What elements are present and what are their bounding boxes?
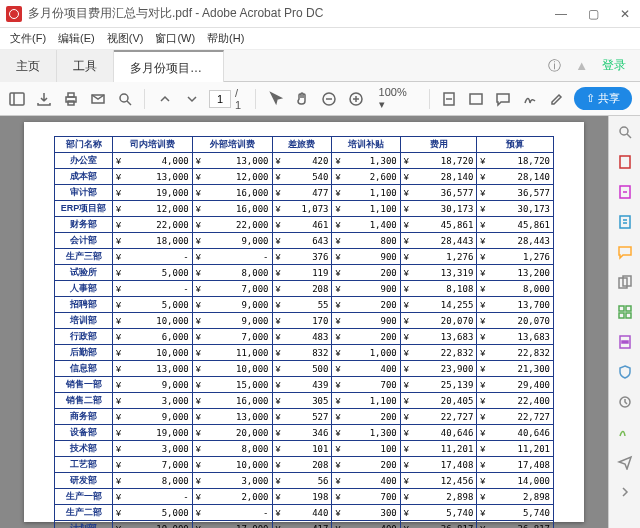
value-cell: ¥13,319	[400, 265, 477, 281]
dept-cell: 后勤部	[55, 345, 113, 361]
value-cell: ¥200	[332, 265, 400, 281]
value-cell: ¥376	[272, 249, 332, 265]
redact-icon[interactable]	[615, 332, 635, 352]
value-cell: ¥22,727	[477, 409, 554, 425]
sidebar-toggle-icon[interactable]	[8, 89, 27, 109]
value-cell: ¥36,817	[477, 521, 554, 529]
table-row: 工艺部¥7,000¥10,000¥208¥200¥17,408¥17,408	[55, 457, 554, 473]
table-header: 司内培训费	[113, 137, 193, 153]
value-cell: ¥9,000	[192, 313, 272, 329]
comment-tool-icon[interactable]	[615, 242, 635, 262]
value-cell: ¥18,000	[113, 233, 193, 249]
value-cell: ¥900	[332, 313, 400, 329]
maximize-button[interactable]: ▢	[584, 7, 602, 21]
help-icon[interactable]: ⓘ	[548, 57, 561, 75]
value-cell: ¥4,000	[113, 153, 193, 169]
zoom-level[interactable]: 100% ▾	[374, 85, 419, 112]
table-row: 会计部¥18,000¥9,000¥643¥800¥28,443¥28,443	[55, 233, 554, 249]
dept-cell: 销售一部	[55, 377, 113, 393]
dept-cell: 计划部	[55, 521, 113, 529]
svg-rect-27	[622, 341, 628, 343]
value-cell: ¥208	[272, 457, 332, 473]
value-cell: ¥-	[113, 249, 193, 265]
share-button[interactable]: ⇧ 共享	[574, 87, 632, 110]
expense-table: 部门名称司内培训费外部培训费差旅费培训补贴费用预算 办公室¥4,000¥13,0…	[54, 136, 554, 528]
svg-line-16	[627, 134, 631, 138]
panel-search-icon[interactable]	[615, 122, 635, 142]
value-cell: ¥36,577	[400, 185, 477, 201]
value-cell: ¥12,000	[192, 169, 272, 185]
comment-icon[interactable]	[493, 89, 512, 109]
sign-icon[interactable]	[520, 89, 539, 109]
more-tools-icon[interactable]	[615, 482, 635, 502]
value-cell: ¥1,073	[272, 201, 332, 217]
value-cell: ¥200	[332, 297, 400, 313]
tab-tools[interactable]: 工具	[57, 50, 114, 82]
tab-document[interactable]: 多月份项目费用汇...	[114, 50, 224, 82]
value-cell: ¥5,740	[477, 505, 554, 521]
value-cell: ¥-	[113, 281, 193, 297]
protect-icon[interactable]	[615, 362, 635, 382]
notification-icon[interactable]: ▲	[575, 58, 588, 73]
close-button[interactable]: ✕	[616, 7, 634, 21]
save-icon[interactable]	[35, 89, 54, 109]
organize-icon[interactable]	[615, 302, 635, 322]
value-cell: ¥18,720	[400, 153, 477, 169]
value-cell: ¥400	[332, 473, 400, 489]
value-cell: ¥440	[272, 505, 332, 521]
table-header: 外部培训费	[192, 137, 272, 153]
minimize-button[interactable]: —	[552, 7, 570, 21]
value-cell: ¥13,000	[192, 153, 272, 169]
table-row: 计划部¥19,000¥17,000¥417¥400¥36,817¥36,817	[55, 521, 554, 529]
fill-sign-icon[interactable]	[615, 422, 635, 442]
tab-home[interactable]: 主页	[0, 50, 57, 82]
menu-view[interactable]: 视图(V)	[107, 31, 144, 46]
value-cell: ¥36,577	[477, 185, 554, 201]
menu-window[interactable]: 窗口(W)	[155, 31, 195, 46]
value-cell: ¥56	[272, 473, 332, 489]
mail-icon[interactable]	[89, 89, 108, 109]
fit-page-icon[interactable]	[467, 89, 486, 109]
page-down-icon[interactable]	[182, 89, 201, 109]
page-up-icon[interactable]	[155, 89, 174, 109]
svg-rect-0	[10, 93, 24, 105]
optimize-icon[interactable]	[615, 392, 635, 412]
value-cell: ¥16,000	[192, 393, 272, 409]
value-cell: ¥20,070	[477, 313, 554, 329]
pointer-icon[interactable]	[266, 89, 285, 109]
search-icon[interactable]	[116, 89, 135, 109]
menu-help[interactable]: 帮助(H)	[207, 31, 244, 46]
menu-bar: 文件(F) 编辑(E) 视图(V) 窗口(W) 帮助(H)	[0, 28, 640, 50]
page-input[interactable]	[209, 90, 231, 108]
table-row: 生产二部¥5,000¥-¥440¥300¥5,740¥5,740	[55, 505, 554, 521]
page-indicator: / 1	[209, 87, 245, 111]
login-button[interactable]: 登录	[602, 57, 626, 74]
edit-pdf-icon[interactable]	[615, 212, 635, 232]
value-cell: ¥5,000	[113, 265, 193, 281]
hand-icon[interactable]	[293, 89, 312, 109]
fit-width-icon[interactable]	[440, 89, 459, 109]
dept-cell: 商务部	[55, 409, 113, 425]
value-cell: ¥900	[332, 249, 400, 265]
value-cell: ¥200	[332, 329, 400, 345]
value-cell: ¥2,000	[192, 489, 272, 505]
menu-file[interactable]: 文件(F)	[10, 31, 46, 46]
document-area[interactable]: 部门名称司内培训费外部培训费差旅费培训补贴费用预算 办公室¥4,000¥13,0…	[0, 116, 608, 528]
highlight-icon[interactable]	[547, 89, 566, 109]
value-cell: ¥10,000	[192, 457, 272, 473]
print-icon[interactable]	[62, 89, 81, 109]
combine-icon[interactable]	[615, 272, 635, 292]
dept-cell: 培训部	[55, 313, 113, 329]
send-icon[interactable]	[615, 452, 635, 472]
zoom-in-icon[interactable]	[347, 89, 366, 109]
dept-cell: 生产三部	[55, 249, 113, 265]
value-cell: ¥2,898	[400, 489, 477, 505]
value-cell: ¥28,443	[477, 233, 554, 249]
export-pdf-icon[interactable]	[615, 182, 635, 202]
create-pdf-icon[interactable]	[615, 152, 635, 172]
zoom-out-icon[interactable]	[320, 89, 339, 109]
value-cell: ¥28,443	[400, 233, 477, 249]
value-cell: ¥10,000	[192, 361, 272, 377]
value-cell: ¥1,276	[477, 249, 554, 265]
menu-edit[interactable]: 编辑(E)	[58, 31, 95, 46]
